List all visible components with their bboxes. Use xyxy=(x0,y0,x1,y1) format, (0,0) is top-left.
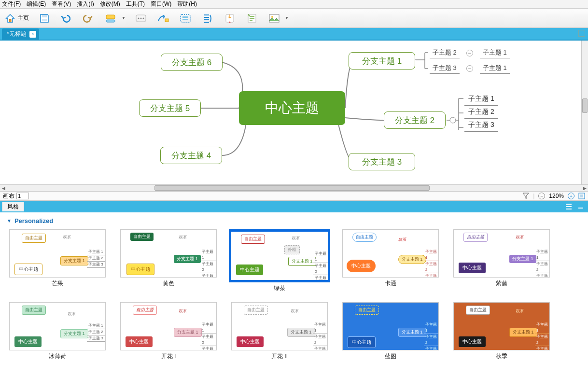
style-mango[interactable]: 自由主题 联系 分支主题 1 子主题 1子主题 2子主题 3 中心主题 芒果 xyxy=(7,229,108,292)
mini-sub: 子主题 3 xyxy=(200,273,216,278)
maximize-icon[interactable] xyxy=(578,30,585,37)
menu-help[interactable]: 帮助(H) xyxy=(177,0,197,8)
menu-file[interactable]: 文件(F) xyxy=(2,0,21,8)
branch-1-sub-3[interactable]: 子主题 3 − 子主题 1 xyxy=(430,63,510,74)
mini-free: 自由主题 xyxy=(244,306,268,315)
style-cartoon[interactable]: 自由主题 联系 分支主题 1 子主题 1子主题 2子主题 3 中心主题 卡通 xyxy=(340,229,441,292)
svg-rect-3 xyxy=(106,20,115,22)
svg-rect-11 xyxy=(182,19,188,20)
home-button[interactable]: 主页 xyxy=(5,13,29,24)
horizontal-scrollbar[interactable]: ◀ ▶ xyxy=(0,184,588,191)
menu-insert[interactable]: 插入(I) xyxy=(77,0,94,8)
branch-2[interactable]: 分支主题 2 xyxy=(384,111,446,129)
close-tab-button[interactable]: × xyxy=(29,31,36,38)
style-wisteria[interactable]: 自由主题 联系 分支主题 1 子主题 1子主题 2子主题 3 中心主题 紫藤 xyxy=(451,229,552,292)
branch-5[interactable]: 分支主题 5 xyxy=(139,99,201,117)
mini-boundary: 外框 xyxy=(284,245,300,254)
section-label: Personalized xyxy=(14,217,53,224)
scroll-left-icon[interactable]: ◀ xyxy=(0,185,7,192)
notes-button[interactable] xyxy=(245,12,259,25)
mini-free: 自由主题 xyxy=(463,233,488,242)
mini-sub: 子主题 1 xyxy=(200,322,216,334)
canvas-number-input[interactable] xyxy=(16,193,29,199)
collapse-icon[interactable]: − xyxy=(466,65,473,72)
topic-button[interactable] xyxy=(104,12,118,25)
redo-button[interactable] xyxy=(82,12,96,25)
relationship-button[interactable] xyxy=(156,12,170,25)
more-button[interactable] xyxy=(134,12,148,25)
collapse-icon[interactable]: − xyxy=(466,50,473,56)
save-button[interactable] xyxy=(38,12,51,25)
subtopic-label: 子主题 3 xyxy=(464,119,498,132)
document-tabs: *无标题 × xyxy=(0,28,588,40)
menu-edit[interactable]: 编辑(E) xyxy=(27,0,46,8)
image-button[interactable] xyxy=(267,12,281,25)
style-blossom2[interactable]: 自由主题 联系 分支主题 1 子主题 1子主题 2子主题 3 中心主题 开花 I… xyxy=(229,302,330,361)
branch-6[interactable]: 分支主题 6 xyxy=(161,54,223,71)
mini-center: 中心主题 xyxy=(459,336,486,347)
mini-sub: 子主题 1 xyxy=(313,322,327,334)
branch-1[interactable]: 分支主题 1 xyxy=(349,52,415,70)
svg-rect-9 xyxy=(181,14,190,22)
mini-sub: 子主题 2 xyxy=(535,334,549,346)
style-blossom1[interactable]: 自由主题 联系 分支主题 1 子主题 1子主题 2子主题 3 中心主题 开花 I xyxy=(118,302,219,361)
mini-free: 自由主题 xyxy=(466,306,490,315)
styles-tab[interactable]: 风格 xyxy=(2,202,24,211)
zoom-in-button[interactable]: + xyxy=(568,193,574,199)
style-mint[interactable]: 自由主题 联系 分支主题 1 子主题 1子主题 2子主题 3 中心主题 冰薄荷 xyxy=(7,302,108,361)
more-icon xyxy=(136,14,146,22)
mini-sub: 子主题 3 xyxy=(87,262,105,268)
marker-button[interactable] xyxy=(223,12,237,25)
svg-rect-19 xyxy=(580,195,583,197)
branch-2-subs[interactable]: 子主题 1 子主题 2 子主题 3 xyxy=(464,93,498,132)
hscroll-thumb[interactable] xyxy=(154,185,430,191)
mini-sub: 子主题 1 xyxy=(313,251,328,263)
mini-rel: 联系 xyxy=(68,311,75,317)
mini-sub: 子主题 3 xyxy=(200,346,216,350)
styles-panel: ▼ Personalized 自由主题 联系 分支主题 1 子主题 1子主题 2… xyxy=(0,212,588,381)
minimize-panel-icon[interactable] xyxy=(577,203,584,210)
svg-point-17 xyxy=(450,117,456,123)
style-yellow[interactable]: 自由主题 联系 分支主题 1 子主题 1子主题 2子主题 3 中心主题 黄色 xyxy=(118,229,219,292)
branch-1-sub-2[interactable]: 子主题 2 − 子主题 1 xyxy=(430,47,510,58)
mindmap-canvas[interactable]: 中心主题 分支主题 6 分支主题 5 分支主题 4 分支主题 1 分支主题 2 … xyxy=(0,40,588,184)
undo-button[interactable] xyxy=(60,12,73,25)
thumb-label: 绿茶 xyxy=(274,284,285,292)
style-thumbnails: 自由主题 联系 分支主题 1 子主题 1子主题 2子主题 3 中心主题 芒果 自… xyxy=(7,229,581,361)
style-green[interactable]: 自由主题 联系 外框 分支主题 1 子主题 1子主题 2子主题 3 中心主题 绿… xyxy=(229,229,330,292)
document-tab[interactable]: *无标题 × xyxy=(2,28,39,40)
topic-icon xyxy=(105,14,117,23)
summary-button[interactable] xyxy=(201,12,214,25)
mini-sub: 子主题 2 xyxy=(424,261,438,273)
zoom-out-button[interactable]: − xyxy=(538,193,545,199)
mini-center: 中心主题 xyxy=(347,260,376,272)
topic-dropdown-icon[interactable]: ▼ xyxy=(122,16,126,20)
thumb-label: 冰薄荷 xyxy=(49,352,66,361)
image-dropdown-icon[interactable]: ▼ xyxy=(285,16,289,20)
boundary-button[interactable] xyxy=(179,12,192,25)
branch-4[interactable]: 分支主题 4 xyxy=(160,147,222,164)
list-icon[interactable] xyxy=(566,203,574,210)
menu-window[interactable]: 窗口(W) xyxy=(151,0,171,8)
mini-center: 中心主题 xyxy=(237,336,264,347)
menu-modify[interactable]: 修改(M) xyxy=(100,0,120,8)
mini-center: 中心主题 xyxy=(126,336,153,347)
mini-center: 中心主题 xyxy=(348,336,376,348)
fit-icon[interactable] xyxy=(578,193,585,199)
mini-rel: 联系 xyxy=(292,236,299,241)
branch-3[interactable]: 分支主题 3 xyxy=(349,153,415,170)
collapse-section-icon[interactable]: ▼ xyxy=(7,218,12,223)
vscroll-thumb[interactable] xyxy=(582,98,588,113)
thumb-label: 秋季 xyxy=(496,352,507,361)
menu-tools[interactable]: 工具(T) xyxy=(126,0,145,8)
filter-icon[interactable] xyxy=(522,193,529,199)
mini-free: 自由主题 xyxy=(241,235,265,244)
menu-view[interactable]: 查看(V) xyxy=(52,0,71,8)
vertical-scrollbar[interactable] xyxy=(581,41,588,184)
mini-center: 中心主题 xyxy=(14,264,42,275)
center-topic[interactable]: 中心主题 xyxy=(239,91,345,125)
style-autumn[interactable]: 自由主题 联系 分支主题 1 子主题 1子主题 2子主题 3 中心主题 秋季 xyxy=(451,302,552,361)
style-blueprint[interactable]: 自由主题 分支主题 1 子主题 1子主题 2子主题 3 中心主题 蓝图 xyxy=(340,302,441,361)
scroll-right-icon[interactable]: ▶ xyxy=(581,185,588,192)
section-personalized[interactable]: ▼ Personalized xyxy=(7,217,581,224)
